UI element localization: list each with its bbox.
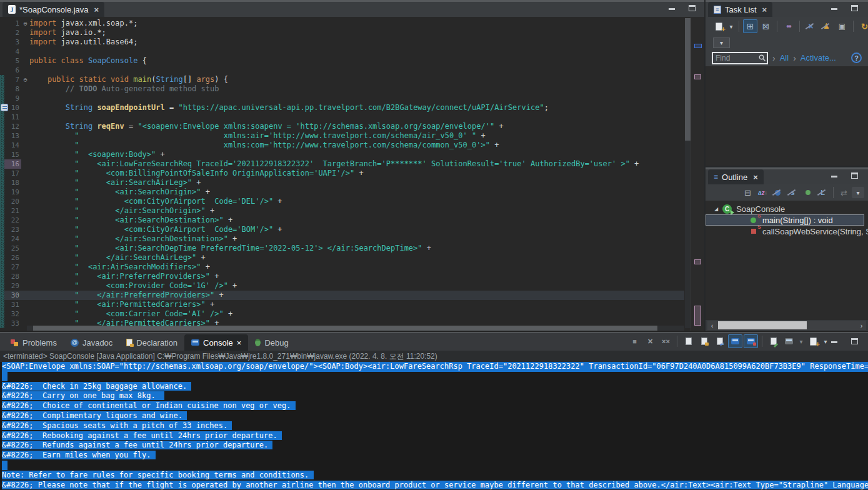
close-icon[interactable]: × <box>94 5 99 14</box>
close-icon[interactable]: × <box>753 172 758 182</box>
help-icon[interactable]: ? <box>851 52 862 63</box>
code-line: 10 String soapEndpointUrl = "https://apa… <box>0 103 684 112</box>
outline-horizontal-scrollbar[interactable]: ‹ › <box>707 321 866 330</box>
close-icon[interactable]: × <box>762 5 767 14</box>
word-wrap-button[interactable] <box>712 334 727 348</box>
tab-debug[interactable]: Debug <box>248 334 295 351</box>
outline-item-main[interactable]: S main(String[]) : void <box>706 214 864 226</box>
tab-problems[interactable]: Problems <box>4 334 64 351</box>
minimize-icon[interactable] <box>831 341 837 343</box>
range-indicator <box>0 234 4 244</box>
range-indicator <box>0 122 4 131</box>
task-overview-marker[interactable] <box>694 306 701 326</box>
editor-horizontal-scrollbar[interactable] <box>27 326 684 331</box>
maximize-icon[interactable] <box>689 5 696 11</box>
show-stderr-button[interactable] <box>744 334 758 348</box>
outline-tree: ◢ C SoapConsole S main(String[]) : void … <box>706 201 868 320</box>
range-indicator <box>0 84 4 94</box>
task-overview-marker[interactable] <box>694 259 701 264</box>
remove-all-terminated-button[interactable]: ×× <box>659 334 673 348</box>
display-console-dropdown[interactable]: ▾ <box>797 334 805 348</box>
console-group: Problems @ Javadoc Declaration Console ×… <box>0 331 868 490</box>
outline-view-menu-button[interactable]: ▾ <box>852 187 864 198</box>
task-list-content[interactable] <box>706 66 868 166</box>
editor-vertical-scrollbar[interactable] <box>685 18 691 328</box>
code-text: " <air:LowFareSearchReq TraceId='2021122… <box>29 159 684 169</box>
console-line: &#8226; Refunds against a fee until 24hr… <box>2 441 868 451</box>
search-icon[interactable] <box>759 54 766 62</box>
activate-link[interactable]: Activate... <box>801 53 836 62</box>
range-indicator <box>0 188 4 197</box>
clear-console-button[interactable] <box>681 334 696 348</box>
code-text: " </air:SearchDestination>" + <box>29 234 684 244</box>
close-icon[interactable]: × <box>237 338 242 348</box>
terminate-button[interactable]: ■ <box>627 334 642 348</box>
sort-button[interactable]: az↓ <box>756 186 770 199</box>
code-line: 25 " <air:SearchDepTime PreferredTime='2… <box>0 244 684 253</box>
show-stdout-button[interactable] <box>728 334 742 348</box>
tab-javadoc[interactable]: @ Javadoc <box>64 334 119 351</box>
filter-person-button[interactable]: ♟ <box>819 19 834 33</box>
maximize-icon[interactable] <box>851 338 858 344</box>
display-console-button[interactable] <box>782 334 796 348</box>
maximize-icon[interactable] <box>851 5 858 11</box>
scheduled-mode-button[interactable]: ●● <box>781 19 796 33</box>
scrollbar-thumb[interactable] <box>33 326 657 331</box>
minimize-icon[interactable] <box>831 176 837 178</box>
task-list-view-dropdown[interactable]: ▾ <box>713 38 730 48</box>
outline-tab[interactable]: ≡ Outline × <box>708 169 764 184</box>
maximize-icon[interactable] <box>851 172 858 179</box>
fold-gutter <box>21 47 29 56</box>
private-method-icon: S <box>751 229 756 234</box>
task-overview-marker[interactable] <box>694 74 701 79</box>
tab-console[interactable]: Console × <box>184 334 248 351</box>
scroll-left-icon[interactable]: ‹ <box>707 322 717 329</box>
pin-console-button[interactable] <box>766 334 781 348</box>
outline-item-soapconsole[interactable]: ◢ C SoapConsole <box>706 203 868 214</box>
task-list-tab[interactable]: ≡ Task List × <box>708 2 772 17</box>
tab-declaration[interactable]: Declaration <box>119 334 184 351</box>
hide-local-types-button[interactable]: L <box>816 186 830 199</box>
code-text: public static void main(String[] args) { <box>29 75 684 84</box>
group-by-button[interactable]: ⊠ <box>759 19 773 33</box>
link-with-editor-button[interactable]: ⇄ <box>837 186 851 199</box>
hide-non-public-button[interactable] <box>801 186 815 199</box>
fold-gutter <box>21 169 29 178</box>
categorized-button[interactable]: ⊞ <box>743 19 757 33</box>
synchronize-button[interactable]: ↻ <box>857 19 868 33</box>
declaration-icon <box>126 339 132 346</box>
code-editor[interactable]: 1⊖import javax.xml.soap.*;2import java.i… <box>0 17 704 331</box>
focus-workweek-button[interactable]: ▣ <box>835 19 849 33</box>
remove-all-icon: ×× <box>662 338 670 345</box>
scroll-lock-button[interactable] <box>697 334 711 348</box>
minimize-icon[interactable] <box>669 8 675 10</box>
console-output[interactable]: <SOAP:Envelope xmlns:SOAP="http://schema… <box>0 362 868 490</box>
code-line: 21 " </air:SearchOrigin>" + <box>0 206 684 216</box>
new-task-dropdown[interactable]: ▾ <box>727 19 735 33</box>
task-marker-icon[interactable] <box>1 104 8 111</box>
remove-icon: × <box>647 336 652 346</box>
hide-static-fields-button[interactable]: s <box>786 186 800 199</box>
fold-toggle-icon[interactable]: ⊖ <box>21 19 29 28</box>
filter-all-link[interactable]: All <box>780 53 789 62</box>
fold-toggle-icon[interactable]: ⊖ <box>21 75 29 84</box>
scrollbar-thumb[interactable] <box>685 18 691 141</box>
code-line: 27 " <air:AirSearchModifiers>" + <box>0 262 684 272</box>
minimize-icon[interactable] <box>831 8 837 10</box>
remove-launch-button[interactable]: × <box>643 334 657 348</box>
scrollbar-thumb[interactable] <box>718 321 807 329</box>
hide-fields-button[interactable] <box>771 186 785 199</box>
expand-arrow-icon[interactable]: ◢ <box>714 206 718 212</box>
fold-gutter <box>21 56 29 66</box>
occurrence-marker[interactable] <box>694 44 702 48</box>
open-console-button[interactable] <box>806 334 821 348</box>
hide-completed-button[interactable]: × <box>804 19 818 33</box>
local-type-icon: L <box>821 189 825 196</box>
toolbar-separator <box>799 21 800 32</box>
open-console-dropdown[interactable]: ▾ <box>822 334 829 348</box>
collapse-all-button[interactable]: ⊟ <box>741 186 755 199</box>
outline-item-callsoapwebservice[interactable]: S callSoapWebService(String, String <box>706 226 868 237</box>
scroll-right-icon[interactable]: › <box>857 322 866 329</box>
editor-tab-soapconsole[interactable]: J *SoapConsole.java × <box>2 2 104 17</box>
new-task-button[interactable] <box>712 19 726 33</box>
